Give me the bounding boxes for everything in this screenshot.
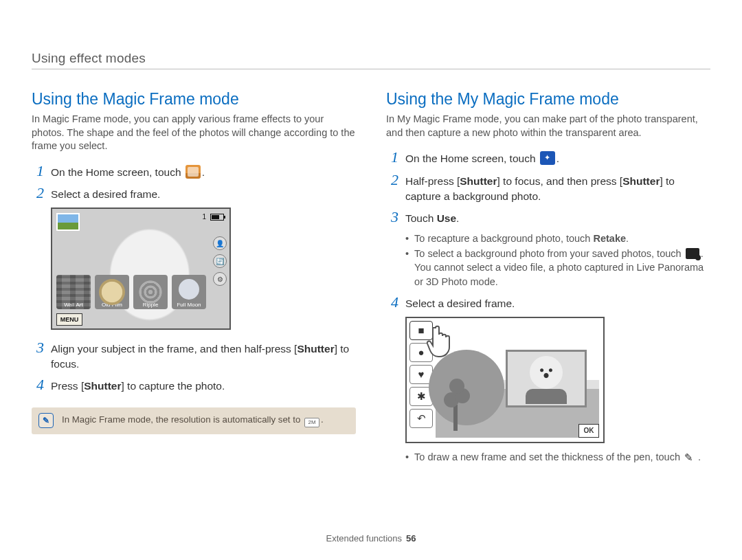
framed-photo	[506, 350, 587, 407]
resolution-icon: 2M	[304, 418, 319, 427]
bullet: • To recapture a background photo, touch…	[405, 232, 710, 245]
menu-button: MENU	[56, 313, 82, 326]
step4-left: Press [Shutter] to capture the photo.	[51, 379, 225, 394]
my-magic-frame-icon	[540, 151, 555, 165]
undo-icon: ↶	[409, 409, 433, 428]
step3-left: Align your subject in the frame, and the…	[51, 341, 356, 371]
magic-frame-icon	[186, 165, 201, 179]
step3-right: Touch Use.	[405, 211, 459, 226]
bullet: • To select a background photo from your…	[405, 247, 710, 289]
page-footer: Extended functions56	[0, 533, 742, 544]
pen-icon	[684, 452, 697, 462]
step-num: 2	[32, 185, 44, 201]
bullet: • To draw a new frame and set the thickn…	[405, 450, 710, 464]
step-num: 4	[386, 294, 398, 311]
photo-count: 1	[202, 213, 206, 221]
step-num: 4	[32, 377, 44, 393]
preview-thumb-icon	[56, 213, 80, 231]
illustration-magic-frame: 1 👤 🔄 ⚙ Wall Art Old Film Ripple Full Mo…	[51, 208, 231, 330]
ok-button: OK	[578, 424, 599, 438]
col-magic-frame: Using the Magic Frame mode In Magic Fram…	[32, 83, 356, 469]
settings-icon: ⚙	[213, 272, 227, 286]
media-icon	[686, 248, 699, 259]
switch-icon: 🔄	[213, 254, 227, 268]
section-title-left: Using the Magic Frame mode	[32, 90, 356, 109]
step4-right: Select a desired frame.	[405, 296, 515, 311]
battery-icon	[210, 214, 224, 221]
note-box: ✎ In Magic Frame mode, the resolution is…	[32, 407, 356, 434]
step2-left: Select a desired frame.	[51, 187, 160, 202]
step1-right: On the Home screen, touch .	[405, 151, 559, 166]
step-num: 3	[32, 339, 44, 356]
frame-option: Wall Art	[56, 275, 91, 309]
step2-right: Half-press [Shutter] to focus, and then …	[405, 174, 710, 203]
note-icon: ✎	[38, 413, 54, 428]
frame-option: Ripple	[133, 275, 168, 309]
step-num: 3	[386, 209, 398, 225]
step-num: 1	[32, 163, 44, 179]
step-num: 1	[386, 149, 398, 166]
section-title-right: Using the My Magic Frame mode	[386, 90, 710, 109]
step1-left: On the Home screen, touch .	[51, 165, 205, 180]
touch-hand-icon	[426, 324, 466, 359]
section-desc-right: In My Magic Frame mode, you can make par…	[386, 113, 710, 139]
illustration-my-magic-frame: ■ ● ♥ ✱ ↶ OK	[405, 317, 605, 443]
breadcrumb: Using effect modes	[32, 51, 710, 69]
face-detect-icon: 👤	[213, 236, 227, 250]
frame-option: Full Moon	[172, 275, 206, 309]
frame-option: Old Film	[95, 275, 129, 309]
col-my-magic-frame: Using the My Magic Frame mode In My Magi…	[386, 83, 710, 469]
step-num: 2	[386, 172, 398, 188]
section-desc-left: In Magic Frame mode, you can apply vario…	[32, 113, 356, 153]
